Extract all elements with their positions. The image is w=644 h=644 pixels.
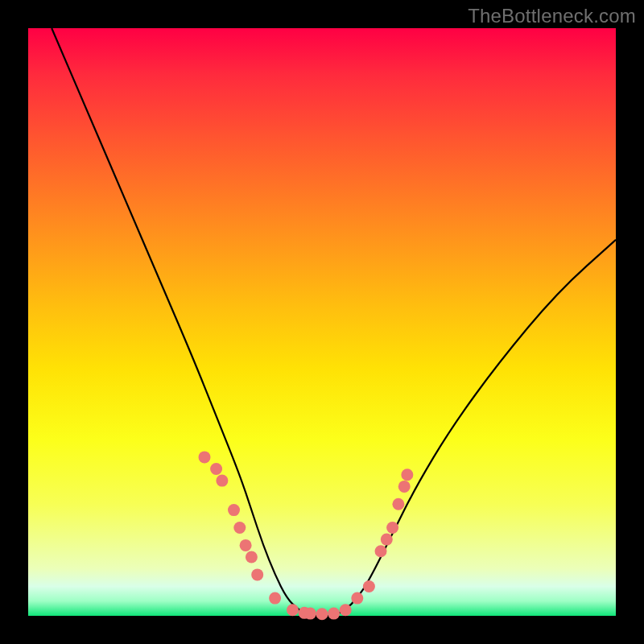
- marker-dot: [199, 451, 211, 463]
- watermark-text: TheBottleneck.com: [468, 5, 636, 27]
- marker-dot: [233, 522, 246, 534]
- marker-dot: [304, 608, 316, 620]
- marker-dot: [363, 580, 375, 592]
- plot-area: [28, 28, 616, 616]
- marker-dot: [386, 522, 398, 534]
- marker-dot: [210, 463, 222, 475]
- marker-dot: [228, 504, 240, 516]
- bottleneck-curve: [52, 28, 616, 616]
- marker-dot: [340, 604, 352, 616]
- marker-dot: [287, 604, 299, 616]
- marker-dot: [251, 568, 263, 580]
- chart-svg: [28, 28, 616, 616]
- marker-dot: [392, 498, 404, 510]
- marker-dot: [328, 608, 340, 620]
- chart-frame: TheBottleneck.com: [0, 0, 644, 644]
- marker-dot: [316, 608, 328, 620]
- marker-dot: [401, 469, 413, 481]
- marker-dot: [381, 534, 393, 546]
- marker-dot: [269, 592, 281, 605]
- marker-dot: [351, 592, 363, 605]
- marker-dot: [375, 545, 387, 557]
- marker-dot: [216, 475, 228, 487]
- marker-dot: [246, 551, 258, 564]
- marker-dot: [240, 539, 252, 551]
- marker-dot: [398, 481, 411, 493]
- data-markers: [199, 451, 414, 620]
